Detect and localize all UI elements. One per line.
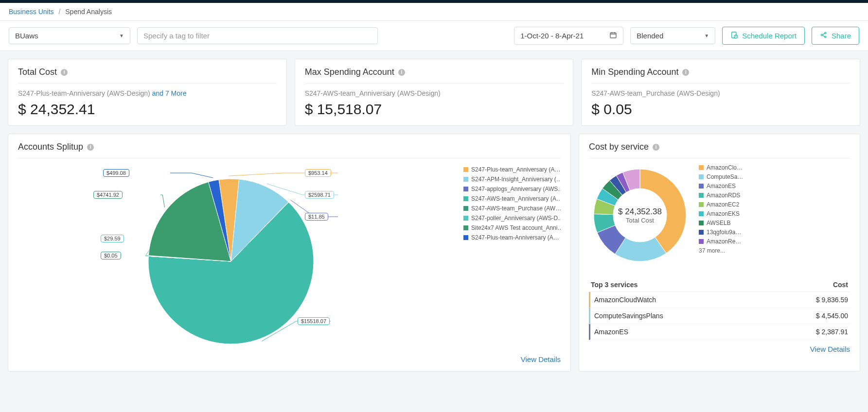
- legend-more[interactable]: 37 more...: [699, 247, 850, 254]
- info-icon[interactable]: i: [682, 69, 689, 76]
- breadcrumb: Business Units / Spend Analysis: [0, 3, 868, 21]
- info-icon[interactable]: i: [653, 144, 659, 151]
- min-spending-title: Min Spending Account i: [591, 67, 850, 77]
- legend-label: 13qgfoiu9a…: [707, 229, 741, 236]
- service-legend: AmazonClo…ComputeSa…AmazonESAmazonRDSAma…: [699, 164, 850, 254]
- accounts-legend: S247-Plus-team_Anniversary (A…S247-APM-I…: [463, 164, 561, 244]
- legend-swatch: [699, 230, 704, 235]
- top-service-row[interactable]: ComputeSavingsPlans$ 4,545.00: [589, 308, 850, 324]
- legend-label: S247-Plus-team_Anniversary (A…: [471, 166, 560, 173]
- legend-item[interactable]: AmazonES: [699, 183, 850, 189]
- svg-rect-0: [610, 33, 616, 38]
- legend-label: AmazonES: [707, 183, 736, 189]
- legend-item[interactable]: S247-applogs_Anniversary (AWS…: [463, 186, 561, 192]
- filter-bar: BUaws ▼ Specify a tag to filter 1-Oct-20…: [0, 21, 868, 51]
- legend-item[interactable]: AmazonRe…: [699, 238, 850, 245]
- top-services-header: Top 3 services: [591, 281, 638, 289]
- cost-type-select[interactable]: Blended ▼: [630, 27, 715, 44]
- legend-label: AWSELB: [707, 220, 731, 226]
- legend-label: S247-Plus-team-Anniversary (A…: [471, 234, 559, 241]
- callout-label: $2598.71: [305, 191, 334, 199]
- min-spending-card: Min Spending Account i S247-AWS-team_Pur…: [581, 59, 860, 126]
- legend-swatch: [699, 174, 704, 179]
- legend-swatch: [463, 235, 468, 240]
- service-donut-chart[interactable]: $ 24,352.38 Total Cost: [589, 164, 691, 266]
- legend-swatch: [463, 177, 468, 182]
- legend-item[interactable]: AmazonEKS: [699, 210, 850, 217]
- total-cost-sub: S247-Plus-team-Anniversary (AWS-Design) …: [18, 89, 277, 97]
- view-details-link[interactable]: View Details: [18, 355, 561, 363]
- legend-swatch: [699, 239, 704, 244]
- legend-item[interactable]: AmazonEC2: [699, 201, 850, 208]
- callout-label: $4741.92: [93, 191, 123, 199]
- legend-item[interactable]: S247-Plus-team-Anniversary (A…: [463, 234, 561, 241]
- service-cost: $ 9,836.59: [816, 296, 848, 304]
- accounts-pie-chart[interactable]: $953.14$2598.71$11.85$15518.07$0.05$29.5…: [18, 164, 454, 350]
- legend-swatch: [699, 184, 704, 189]
- legend-item[interactable]: S247-APM-Insight_Anniversary (…: [463, 176, 561, 183]
- legend-item[interactable]: S247-Plus-team_Anniversary (A…: [463, 166, 561, 173]
- legend-item[interactable]: S247-poller_Anniversary (AWS-D…: [463, 215, 561, 222]
- legend-label: ComputeSa…: [707, 173, 743, 180]
- legend-item[interactable]: 13qgfoiu9a…: [699, 229, 850, 236]
- breadcrumb-root[interactable]: Business Units: [9, 8, 54, 16]
- tag-filter-input[interactable]: Specify a tag to filter: [137, 27, 378, 44]
- date-range-label: 1-Oct-20 - 8-Apr-21: [520, 32, 584, 40]
- legend-swatch: [463, 187, 468, 191]
- legend-item[interactable]: AWSELB: [699, 220, 850, 226]
- callout-label: $11.85: [305, 213, 328, 221]
- legend-label: AmazonRDS: [707, 192, 740, 199]
- sub-account-label: S247-Plus-team-Anniversary (AWS-Design): [18, 89, 150, 97]
- service-cost: $ 4,545.00: [816, 312, 848, 320]
- legend-label: Site24x7 AWS Test account_Anni…: [471, 224, 561, 231]
- legend-swatch: [699, 202, 704, 207]
- chart-title-text: Accounts Splitup: [18, 142, 83, 152]
- share-button[interactable]: Share: [812, 27, 859, 45]
- legend-swatch: [699, 211, 704, 216]
- service-cost: $ 2,387.91: [816, 328, 848, 336]
- business-unit-select[interactable]: BUaws ▼: [9, 27, 130, 44]
- date-range-picker[interactable]: 1-Oct-20 - 8-Apr-21: [514, 27, 623, 45]
- top-service-row[interactable]: AmazonES$ 2,387.91: [589, 324, 850, 340]
- legend-swatch: [463, 225, 468, 230]
- legend-swatch: [463, 196, 468, 201]
- legend-item[interactable]: S247-AWS-team_Purchase (AW…: [463, 205, 561, 212]
- legend-label: AmazonRe…: [707, 238, 741, 245]
- legend-item[interactable]: S247-AWS-team_Anniversary (A…: [463, 195, 561, 202]
- service-name: AmazonCloudWatch: [594, 296, 656, 304]
- legend-item[interactable]: AmazonClo…: [699, 164, 850, 171]
- schedule-report-button[interactable]: Schedule Report: [722, 27, 805, 45]
- info-icon[interactable]: i: [87, 144, 94, 151]
- info-icon[interactable]: i: [61, 69, 68, 76]
- legend-item[interactable]: AmazonRDS: [699, 192, 850, 199]
- tag-placeholder: Specify a tag to filter: [143, 32, 210, 40]
- cost-by-service-card: Cost by service i $ 24,352.38 Total Cost…: [579, 134, 860, 372]
- legend-item[interactable]: ComputeSa…: [699, 173, 850, 180]
- card-title-text: Min Spending Account: [591, 67, 678, 77]
- legend-label: AmazonClo…: [707, 164, 743, 171]
- legend-swatch: [699, 165, 704, 170]
- service-name: ComputeSavingsPlans: [594, 312, 663, 320]
- schedule-report-label: Schedule Report: [742, 32, 797, 40]
- legend-label: AmazonEKS: [707, 210, 740, 217]
- legend-item[interactable]: Site24x7 AWS Test account_Anni…: [463, 224, 561, 231]
- callout-label: $499.08: [103, 169, 129, 177]
- breadcrumb-current: Spend Analysis: [65, 8, 112, 16]
- callout-label: $0.05: [101, 252, 121, 259]
- total-cost-card: Total Cost i S247-Plus-team-Anniversary …: [8, 59, 287, 126]
- card-title-text: Max Spending Account: [305, 67, 394, 77]
- info-icon[interactable]: i: [398, 69, 405, 76]
- callout-label: $29.59: [101, 235, 124, 242]
- legend-label: S247-applogs_Anniversary (AWS…: [471, 186, 561, 192]
- more-link[interactable]: and 7 More: [152, 89, 187, 97]
- donut-label: Total Cost: [618, 217, 662, 224]
- top-service-row[interactable]: AmazonCloudWatch$ 9,836.59: [589, 292, 850, 308]
- accounts-splitup-title: Accounts Splitup i: [18, 142, 561, 152]
- min-spending-value: $ 0.05: [591, 101, 850, 118]
- legend-swatch: [699, 221, 704, 225]
- legend-swatch: [699, 193, 704, 198]
- callout-label: $953.14: [305, 169, 331, 177]
- legend-swatch: [463, 167, 468, 172]
- bu-selected-label: BUaws: [15, 32, 38, 40]
- view-details-link[interactable]: View Details: [589, 345, 850, 353]
